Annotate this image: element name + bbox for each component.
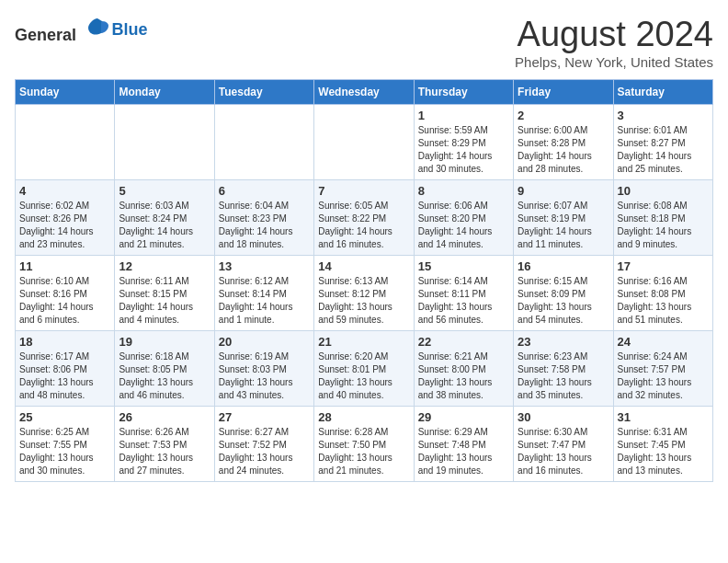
calendar-cell: 7Sunrise: 6:05 AM Sunset: 8:22 PM Daylig… [314, 180, 414, 256]
day-number: 16 [518, 259, 609, 273]
calendar-cell: 6Sunrise: 6:04 AM Sunset: 8:23 PM Daylig… [214, 180, 313, 256]
location: Phelps, New York, United States [515, 54, 713, 70]
day-info: Sunrise: 6:08 AM Sunset: 8:18 PM Dayligh… [618, 200, 709, 251]
calendar-cell [314, 105, 414, 180]
day-number: 18 [19, 335, 110, 349]
day-number: 23 [518, 335, 609, 349]
day-number: 11 [19, 259, 110, 273]
calendar-cell [16, 105, 115, 180]
day-number: 20 [219, 335, 310, 349]
day-number: 4 [19, 184, 110, 198]
day-info: Sunrise: 6:13 AM Sunset: 8:12 PM Dayligh… [318, 275, 409, 327]
logo-icon [85, 15, 110, 40]
weekday-sunday: Sunday [16, 80, 115, 105]
calendar-cell: 31Sunrise: 6:31 AM Sunset: 7:45 PM Dayli… [613, 407, 712, 482]
calendar-cell: 16Sunrise: 6:15 AM Sunset: 8:09 PM Dayli… [514, 256, 613, 331]
weekday-saturday: Saturday [613, 80, 712, 105]
day-number: 25 [19, 410, 110, 424]
day-info: Sunrise: 6:21 AM Sunset: 8:00 PM Dayligh… [418, 350, 509, 402]
week-row-3: 11Sunrise: 6:10 AM Sunset: 8:16 PM Dayli… [16, 256, 713, 331]
day-info: Sunrise: 6:29 AM Sunset: 7:48 PM Dayligh… [418, 426, 509, 477]
calendar-cell: 9Sunrise: 6:07 AM Sunset: 8:19 PM Daylig… [514, 180, 613, 256]
day-number: 3 [618, 109, 709, 122]
weekday-friday: Friday [514, 80, 613, 105]
day-info: Sunrise: 6:00 AM Sunset: 8:28 PM Dayligh… [518, 124, 609, 176]
day-number: 24 [618, 335, 709, 349]
day-info: Sunrise: 6:03 AM Sunset: 8:24 PM Dayligh… [119, 200, 210, 251]
week-row-4: 18Sunrise: 6:17 AM Sunset: 8:06 PM Dayli… [16, 331, 713, 407]
logo: General Blue [15, 15, 148, 45]
weekday-monday: Monday [115, 80, 214, 105]
day-info: Sunrise: 6:28 AM Sunset: 7:50 PM Dayligh… [318, 426, 409, 477]
day-info: Sunrise: 6:19 AM Sunset: 8:03 PM Dayligh… [219, 350, 310, 402]
day-number: 21 [318, 335, 409, 349]
day-number: 14 [318, 259, 409, 273]
week-row-1: 1Sunrise: 5:59 AM Sunset: 8:29 PM Daylig… [16, 105, 713, 180]
calendar-cell: 5Sunrise: 6:03 AM Sunset: 8:24 PM Daylig… [115, 180, 214, 256]
day-info: Sunrise: 6:16 AM Sunset: 8:08 PM Dayligh… [618, 275, 709, 327]
weekday-wednesday: Wednesday [314, 80, 414, 105]
weekday-tuesday: Tuesday [214, 80, 313, 105]
day-number: 8 [418, 184, 509, 198]
calendar: SundayMondayTuesdayWednesdayThursdayFrid… [15, 79, 713, 482]
day-info: Sunrise: 6:17 AM Sunset: 8:06 PM Dayligh… [19, 350, 110, 402]
calendar-cell: 11Sunrise: 6:10 AM Sunset: 8:16 PM Dayli… [16, 256, 115, 331]
day-number: 10 [618, 184, 709, 198]
day-info: Sunrise: 6:20 AM Sunset: 8:01 PM Dayligh… [318, 350, 409, 402]
calendar-cell: 13Sunrise: 6:12 AM Sunset: 8:14 PM Dayli… [214, 256, 313, 331]
day-info: Sunrise: 6:31 AM Sunset: 7:45 PM Dayligh… [618, 426, 709, 477]
calendar-cell: 27Sunrise: 6:27 AM Sunset: 7:52 PM Dayli… [214, 407, 313, 482]
day-info: Sunrise: 6:27 AM Sunset: 7:52 PM Dayligh… [219, 426, 310, 477]
calendar-cell: 19Sunrise: 6:18 AM Sunset: 8:05 PM Dayli… [115, 331, 214, 407]
day-info: Sunrise: 6:02 AM Sunset: 8:26 PM Dayligh… [19, 200, 110, 251]
calendar-cell: 23Sunrise: 6:23 AM Sunset: 7:58 PM Dayli… [514, 331, 613, 407]
calendar-cell: 18Sunrise: 6:17 AM Sunset: 8:06 PM Dayli… [16, 331, 115, 407]
day-number: 13 [219, 259, 310, 273]
day-info: Sunrise: 6:04 AM Sunset: 8:23 PM Dayligh… [219, 200, 310, 251]
day-info: Sunrise: 6:06 AM Sunset: 8:20 PM Dayligh… [418, 200, 509, 251]
day-info: Sunrise: 6:25 AM Sunset: 7:55 PM Dayligh… [19, 426, 110, 477]
header: General Blue August 2024 Phelps, New Yor… [15, 15, 713, 70]
day-number: 26 [119, 410, 210, 424]
day-info: Sunrise: 6:07 AM Sunset: 8:19 PM Dayligh… [518, 200, 609, 251]
logo-blue: Blue [112, 20, 148, 40]
day-info: Sunrise: 6:18 AM Sunset: 8:05 PM Dayligh… [119, 350, 210, 402]
calendar-cell: 15Sunrise: 6:14 AM Sunset: 8:11 PM Dayli… [414, 256, 513, 331]
calendar-cell: 14Sunrise: 6:13 AM Sunset: 8:12 PM Dayli… [314, 256, 414, 331]
day-info: Sunrise: 6:24 AM Sunset: 7:57 PM Dayligh… [618, 350, 709, 402]
day-info: Sunrise: 6:11 AM Sunset: 8:15 PM Dayligh… [119, 275, 210, 327]
calendar-cell: 22Sunrise: 6:21 AM Sunset: 8:00 PM Dayli… [414, 331, 513, 407]
day-number: 2 [518, 109, 609, 122]
day-number: 15 [418, 259, 509, 273]
day-number: 19 [119, 335, 210, 349]
day-info: Sunrise: 6:12 AM Sunset: 8:14 PM Dayligh… [219, 275, 310, 327]
day-number: 1 [418, 109, 509, 122]
day-number: 9 [518, 184, 609, 198]
calendar-cell: 28Sunrise: 6:28 AM Sunset: 7:50 PM Dayli… [314, 407, 414, 482]
calendar-cell: 17Sunrise: 6:16 AM Sunset: 8:08 PM Dayli… [613, 256, 712, 331]
day-number: 27 [219, 410, 310, 424]
day-number: 12 [119, 259, 210, 273]
calendar-cell: 30Sunrise: 6:30 AM Sunset: 7:47 PM Dayli… [514, 407, 613, 482]
calendar-cell [214, 105, 313, 180]
day-info: Sunrise: 6:23 AM Sunset: 7:58 PM Dayligh… [518, 350, 609, 402]
calendar-cell: 25Sunrise: 6:25 AM Sunset: 7:55 PM Dayli… [16, 407, 115, 482]
month-title: August 2024 [515, 15, 713, 54]
logo-general: General [15, 26, 76, 44]
calendar-cell: 21Sunrise: 6:20 AM Sunset: 8:01 PM Dayli… [314, 331, 414, 407]
calendar-cell: 12Sunrise: 6:11 AM Sunset: 8:15 PM Dayli… [115, 256, 214, 331]
calendar-cell [115, 105, 214, 180]
calendar-cell: 8Sunrise: 6:06 AM Sunset: 8:20 PM Daylig… [414, 180, 513, 256]
day-number: 29 [418, 410, 509, 424]
calendar-cell: 4Sunrise: 6:02 AM Sunset: 8:26 PM Daylig… [16, 180, 115, 256]
day-info: Sunrise: 6:14 AM Sunset: 8:11 PM Dayligh… [418, 275, 509, 327]
week-row-5: 25Sunrise: 6:25 AM Sunset: 7:55 PM Dayli… [16, 407, 713, 482]
day-number: 5 [119, 184, 210, 198]
day-number: 6 [219, 184, 310, 198]
day-number: 17 [618, 259, 709, 273]
day-info: Sunrise: 6:10 AM Sunset: 8:16 PM Dayligh… [19, 275, 110, 327]
calendar-cell: 29Sunrise: 6:29 AM Sunset: 7:48 PM Dayli… [414, 407, 513, 482]
calendar-cell: 3Sunrise: 6:01 AM Sunset: 8:27 PM Daylig… [613, 105, 712, 180]
calendar-cell: 10Sunrise: 6:08 AM Sunset: 8:18 PM Dayli… [613, 180, 712, 256]
weekday-thursday: Thursday [414, 80, 513, 105]
